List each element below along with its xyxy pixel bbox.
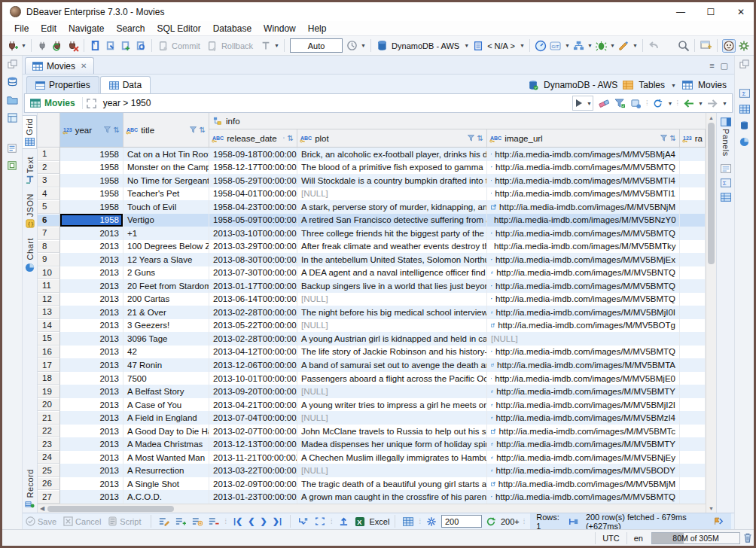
sql-console-icon[interactable] bbox=[103, 38, 117, 53]
cell-title[interactable]: A Case of You bbox=[123, 398, 209, 412]
row-number[interactable]: 2 bbox=[38, 161, 60, 175]
open-link-icon[interactable] bbox=[491, 493, 492, 501]
cell-image-url[interactable]: http://ia.media-imdb.com/images/M/MV5BMT… bbox=[487, 227, 680, 240]
transaction-history-dropdown[interactable]: ▼ bbox=[360, 43, 367, 48]
cell-release-date[interactable]: 2013-04-21T00:00:00Z bbox=[209, 398, 297, 412]
menu-navigate[interactable]: Navigate bbox=[62, 23, 110, 35]
filter-funnel-icon[interactable] bbox=[468, 135, 474, 142]
calc-panel-toggle-icon[interactable] bbox=[711, 514, 725, 528]
restore-editor-icon[interactable] bbox=[739, 59, 749, 69]
open-link-icon[interactable] bbox=[491, 295, 492, 303]
cell-release-date[interactable]: 2013-02-07T00:00:00Z bbox=[209, 425, 297, 438]
open-link-icon[interactable] bbox=[491, 440, 493, 448]
nav-back-dropdown[interactable]: ▼ bbox=[697, 101, 704, 106]
cell-release-date[interactable]: 2013-04-12T00:00:00Z bbox=[209, 346, 297, 359]
row-number[interactable]: 5 bbox=[38, 200, 60, 214]
cell-release-date[interactable]: 2013-03-29T00:00:00Z bbox=[209, 240, 297, 254]
cell-rating[interactable] bbox=[680, 293, 706, 306]
restore-view-icon[interactable] bbox=[8, 59, 17, 69]
cell-rating[interactable] bbox=[680, 425, 706, 438]
row-number[interactable]: 7 bbox=[38, 227, 60, 240]
cell-rating[interactable] bbox=[680, 332, 706, 346]
scroll-up-icon[interactable]: ▲ bbox=[709, 113, 714, 122]
cell-image-url[interactable]: http://ia.media-imdb.com/images/M/MV5BMT… bbox=[487, 174, 680, 187]
goto-row-icon[interactable] bbox=[296, 514, 310, 528]
rollback-icon[interactable] bbox=[206, 38, 220, 53]
nav-forward-icon[interactable] bbox=[706, 96, 720, 111]
cell-title[interactable]: No Time for Sergeants bbox=[123, 174, 209, 187]
open-sql-file-icon[interactable] bbox=[133, 38, 148, 53]
erase-filter-icon[interactable] bbox=[597, 96, 611, 111]
cell-release-date[interactable]: 2013-01-23T00:00:00Z bbox=[209, 490, 297, 504]
commit-icon[interactable] bbox=[156, 38, 170, 53]
row-number[interactable]: 16 bbox=[38, 346, 60, 359]
cell-image-url[interactable]: http://ia.media-imdb.com/images/M/MV5BOD… bbox=[487, 464, 680, 477]
editor-tab-movies[interactable]: Movies ✕ bbox=[25, 57, 94, 74]
cell-year[interactable]: 1958 bbox=[60, 174, 123, 187]
cell-title[interactable]: A Field in England bbox=[123, 411, 209, 425]
cell-title[interactable]: +1 bbox=[123, 227, 209, 240]
open-link-icon[interactable] bbox=[491, 256, 492, 263]
cell-year[interactable]: 2013 bbox=[60, 306, 123, 319]
row-number[interactable]: 12 bbox=[38, 293, 60, 306]
metadata-panel-icon[interactable] bbox=[721, 193, 731, 202]
cell-release-date[interactable]: 2013-06-14T00:00:00Z bbox=[209, 293, 297, 306]
script-button[interactable]: Script bbox=[108, 516, 141, 526]
tab-panels[interactable]: Panels bbox=[721, 115, 731, 159]
refresh-dropdown[interactable]: ▼ bbox=[666, 101, 673, 106]
cell-title[interactable]: Teacher's Pet bbox=[123, 187, 209, 201]
cell-release-date[interactable]: 1958-04-23T00:00:00Z bbox=[209, 200, 297, 214]
row-number[interactable]: 14 bbox=[38, 319, 60, 333]
tasks-dropdown[interactable]: ▼ bbox=[632, 43, 639, 48]
cell-rating[interactable] bbox=[680, 477, 706, 491]
fetch-more-label[interactable]: 200+ bbox=[501, 517, 520, 526]
row-number[interactable]: 25 bbox=[38, 464, 60, 477]
cell-year[interactable]: 2013 bbox=[60, 464, 123, 477]
cell-rating[interactable] bbox=[680, 279, 706, 293]
close-button[interactable]: ✕ bbox=[736, 7, 746, 17]
connection-dropdown[interactable]: ▼ bbox=[463, 43, 470, 48]
cell-year[interactable]: 1958 bbox=[60, 187, 123, 201]
refresh-icon[interactable] bbox=[651, 96, 665, 111]
database-navigator-icon[interactable] bbox=[7, 76, 18, 87]
cell-release-date[interactable]: 2013-02-28T00:00:00Z bbox=[209, 332, 297, 346]
fetch-size-input[interactable]: 200 bbox=[441, 515, 482, 528]
editor-view-menu-icon[interactable]: ≡ bbox=[709, 61, 714, 71]
breadcrumb-container[interactable]: Tables bbox=[639, 80, 665, 90]
cell-title[interactable]: A.C.O.D. bbox=[123, 490, 209, 504]
cell-title[interactable]: Touch of Evil bbox=[123, 200, 209, 214]
filter-funnel-icon[interactable] bbox=[104, 126, 111, 133]
sort-icon[interactable]: ⇅ bbox=[670, 134, 676, 142]
cell-plot[interactable]: In the antebellum United States, Solomon… bbox=[297, 253, 487, 266]
row-number[interactable]: 21 bbox=[38, 411, 60, 425]
open-link-icon[interactable] bbox=[491, 177, 492, 184]
save-filter-icon[interactable] bbox=[613, 96, 627, 111]
cell-title[interactable]: 12 Years a Slave bbox=[123, 253, 209, 266]
cell-rating[interactable] bbox=[680, 398, 706, 412]
cell-release-date[interactable]: 2013-09-20T00:00:00Z bbox=[209, 385, 297, 398]
cell-plot[interactable]: A band of samurai set out to avenge the … bbox=[297, 358, 487, 372]
cell-plot[interactable]: [NULL] bbox=[297, 411, 487, 425]
cell-release-date[interactable]: 2013-08-30T00:00:00Z bbox=[209, 253, 297, 266]
open-link-icon[interactable] bbox=[491, 282, 492, 290]
cell-plot[interactable]: [NULL] bbox=[297, 319, 487, 333]
outline-view-icon[interactable]: Σ bbox=[739, 89, 750, 98]
result-settings-icon[interactable] bbox=[425, 514, 439, 528]
project-explorer-icon[interactable] bbox=[7, 112, 18, 123]
cell-image-url[interactable]: http://ia.media-imdb.com/images/M/MV5BMT… bbox=[487, 425, 680, 438]
cell-release-date[interactable]: 1958-12-17T00:00:00Z bbox=[209, 161, 297, 175]
cell-title[interactable]: 2 Guns bbox=[123, 266, 209, 280]
filter-table-ref[interactable]: Movies bbox=[25, 98, 81, 108]
cell-year[interactable]: 2013 bbox=[60, 425, 123, 438]
connect-icon[interactable] bbox=[35, 38, 50, 53]
cell-title[interactable]: 7500 bbox=[123, 372, 209, 385]
cell-release-date[interactable]: 2013-07-30T00:00:00Z bbox=[209, 266, 297, 280]
cell-year[interactable]: 2013 bbox=[60, 253, 123, 266]
cell-plot[interactable]: [NULL] bbox=[297, 464, 487, 477]
cell-year[interactable]: 2013 bbox=[60, 293, 123, 306]
cell-image-url[interactable]: http://ia.media-imdb.com/images/M/MV5BMT… bbox=[487, 346, 680, 359]
sort-icon[interactable]: ⇅ bbox=[288, 134, 294, 142]
active-schema-label[interactable]: < N/A > bbox=[487, 41, 515, 50]
cell-plot[interactable]: A grown man caught in the crossfire of h… bbox=[297, 490, 487, 504]
cell-image-url[interactable]: http://ia.media-imdb.com/images/M/MV5BNj… bbox=[487, 451, 680, 464]
